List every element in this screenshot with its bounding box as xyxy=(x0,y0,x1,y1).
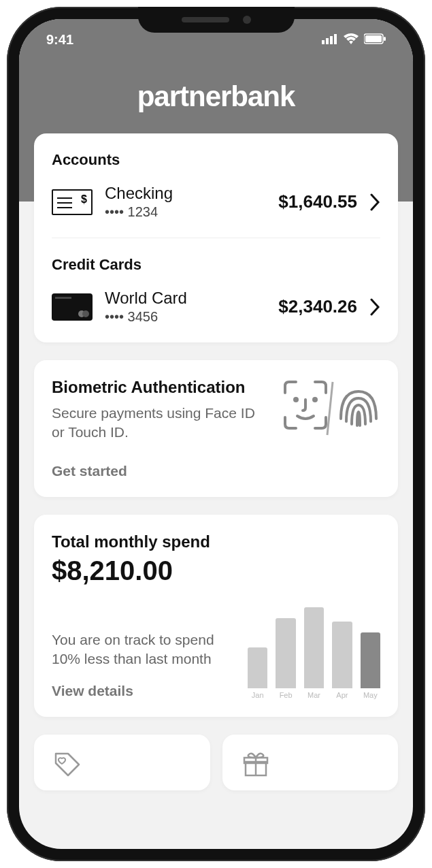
card-name: World Card xyxy=(105,289,266,308)
gift-icon xyxy=(240,771,271,783)
chart-bar-label: Apr xyxy=(336,691,348,699)
svg-rect-2 xyxy=(330,36,333,44)
chevron-right-icon xyxy=(369,193,380,211)
account-row-world-card[interactable]: World Card •••• 3456 $2,340.26 xyxy=(52,289,380,325)
cellular-icon xyxy=(322,32,338,48)
status-time: 9:41 xyxy=(46,32,73,48)
tag-heart-icon xyxy=(52,771,83,783)
spend-desc: You are on track to spend 10% less than … xyxy=(52,630,235,669)
spend-card: Total monthly spend $8,210.00 You are on… xyxy=(34,515,398,717)
chart-bar: Jan xyxy=(248,647,267,699)
check-icon xyxy=(52,189,93,215)
svg-point-8 xyxy=(312,397,318,402)
divider xyxy=(52,238,380,238)
phone-notch xyxy=(138,7,295,33)
biometric-desc: Secure payments using Face ID or Touch I… xyxy=(52,404,256,443)
biometric-icon xyxy=(278,378,380,443)
phone-frame: 9:41 partnerbank Accounts xyxy=(7,7,425,861)
chart-bar-fill xyxy=(332,622,352,688)
spend-view-details-button[interactable]: View details xyxy=(52,683,235,699)
spend-bar-chart: JanFebMarAprMay xyxy=(248,597,380,699)
rewards-card[interactable] xyxy=(222,735,399,790)
spend-title: Total monthly spend xyxy=(52,532,380,551)
card-balance: $2,340.26 xyxy=(278,296,357,317)
account-name: Checking xyxy=(105,184,266,203)
chart-bar-label: May xyxy=(363,691,378,699)
chart-bar: Mar xyxy=(304,607,324,699)
account-mask: •••• 1234 xyxy=(105,204,266,220)
svg-rect-5 xyxy=(365,35,382,42)
biometric-get-started-button[interactable]: Get started xyxy=(52,463,380,479)
chart-bar-label: Jan xyxy=(252,691,264,699)
wifi-icon xyxy=(344,32,359,48)
phone-screen: 9:41 partnerbank Accounts xyxy=(19,19,413,849)
credit-card-icon xyxy=(52,293,93,321)
svg-rect-6 xyxy=(384,37,386,41)
chart-bar-label: Feb xyxy=(280,691,293,699)
svg-rect-3 xyxy=(334,34,337,44)
chart-bar-fill xyxy=(304,607,324,688)
account-balance: $1,640.55 xyxy=(278,191,357,212)
card-mask: •••• 3456 xyxy=(105,309,266,325)
brand-logo: partnerbank xyxy=(19,80,413,113)
offers-card[interactable] xyxy=(34,735,210,790)
account-row-checking[interactable]: Checking •••• 1234 $1,640.55 xyxy=(52,184,380,220)
svg-rect-1 xyxy=(326,38,329,44)
chart-bar: Feb xyxy=(276,618,295,699)
accounts-card: Accounts Checking •••• 1234 $1,640.55 Cr… xyxy=(34,133,398,342)
credit-title: Credit Cards xyxy=(52,256,380,274)
biometric-title: Biometric Authentication xyxy=(52,378,256,397)
chart-bar: May xyxy=(361,632,380,698)
svg-rect-0 xyxy=(322,40,325,44)
chart-bar-fill xyxy=(276,618,295,688)
battery-icon xyxy=(364,32,386,48)
chevron-right-icon xyxy=(369,298,380,316)
accounts-title: Accounts xyxy=(52,151,380,169)
spend-amount: $8,210.00 xyxy=(52,556,380,586)
svg-point-7 xyxy=(293,397,299,402)
chart-bar-fill xyxy=(361,632,380,688)
biometric-card: Biometric Authentication Secure payments… xyxy=(34,360,398,497)
chart-bar-label: Mar xyxy=(308,691,320,699)
svg-line-9 xyxy=(327,382,333,435)
chart-bar-fill xyxy=(248,647,267,688)
chart-bar: Apr xyxy=(332,622,352,699)
